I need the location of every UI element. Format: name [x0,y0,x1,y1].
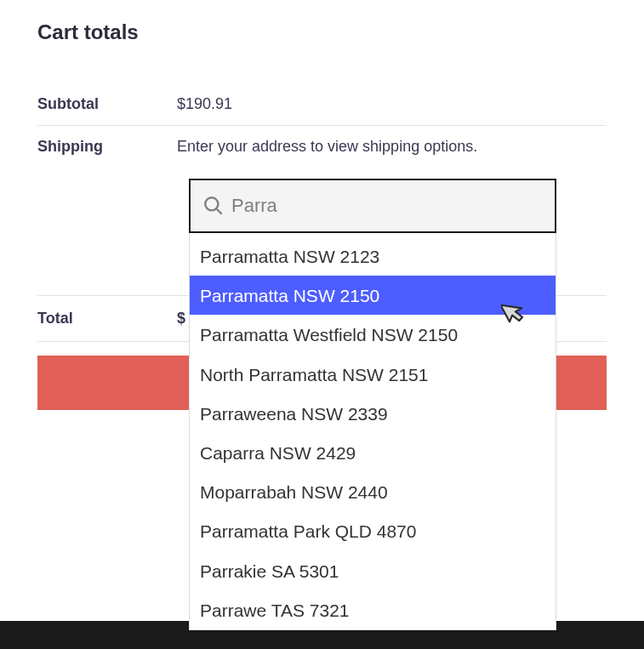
subtotal-value: $190.91 [177,95,232,113]
total-value: $ [177,310,185,327]
address-option[interactable]: Caparra NSW 2429 [190,433,556,472]
address-option[interactable]: Parrawe TAS 7321 [190,590,556,629]
search-icon [202,195,225,217]
address-option[interactable]: Moparrabah NSW 2440 [190,472,556,511]
svg-line-1 [217,209,222,214]
shipping-row: Shipping Enter your address to view ship… [37,126,607,168]
address-option[interactable]: Parrakie SA 5301 [190,551,556,590]
total-label: Total [37,310,177,327]
address-search-box[interactable] [189,179,556,233]
address-option[interactable]: Parraweena NSW 2339 [190,394,556,433]
subtotal-row: Subtotal $190.91 [37,83,607,126]
cart-totals-heading: Cart totals [37,20,607,44]
address-search-wrapper: Parramatta NSW 2123Parramatta NSW 2150Pa… [189,179,556,630]
cursor-icon [501,297,530,326]
shipping-message: Enter your address to view shipping opti… [177,138,477,156]
address-dropdown: Parramatta NSW 2123Parramatta NSW 2150Pa… [189,233,556,630]
address-search-input[interactable] [231,195,543,217]
address-option[interactable]: North Parramatta NSW 2151 [190,355,556,394]
svg-point-0 [205,197,218,210]
address-option[interactable]: Parramatta NSW 2123 [190,236,556,276]
shipping-label: Shipping [37,138,177,156]
subtotal-label: Subtotal [37,95,177,113]
address-option[interactable]: Parramatta Park QLD 4870 [190,511,556,550]
